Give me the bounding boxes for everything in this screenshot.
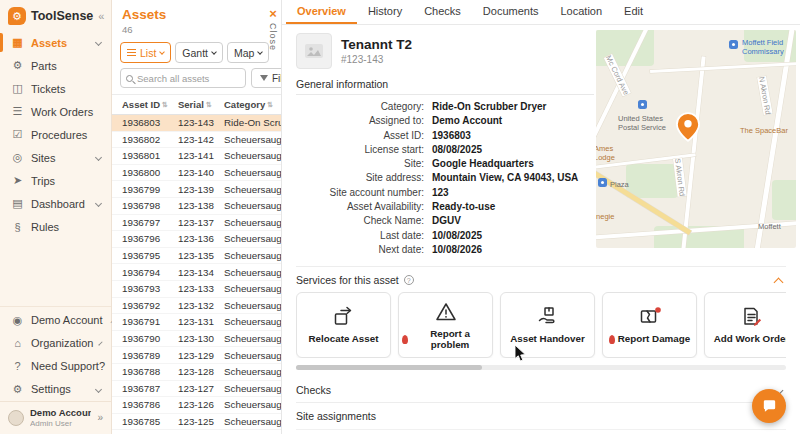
filter-label: Filter bbox=[272, 73, 282, 84]
service-card-add-work-order[interactable]: Add Work Order bbox=[704, 292, 786, 358]
report-problem-icon bbox=[434, 300, 458, 324]
sidebar-collapse-button[interactable]: « bbox=[98, 10, 104, 22]
sidebar-item-label: Dashboard bbox=[31, 198, 85, 210]
section-site-assignments: Site assignments bbox=[296, 410, 786, 422]
scrollbar-thumb[interactable] bbox=[296, 365, 482, 370]
service-card-report-a-problem[interactable]: Report a problem bbox=[398, 292, 493, 358]
table-row[interactable]: 1936786123-126Scheuersaugmaschine bbox=[112, 397, 281, 414]
service-card-label: Asset Handover bbox=[507, 334, 588, 345]
sidebar-item-procedures[interactable]: ☑Procedures bbox=[0, 123, 111, 146]
tab-checks[interactable]: Checks bbox=[413, 0, 472, 24]
sidebar-item-tickets[interactable]: ◫Tickets bbox=[0, 77, 111, 100]
sidebar-item-assets[interactable]: ▦Assets bbox=[0, 31, 111, 54]
field-value: 123 bbox=[432, 186, 449, 200]
sort-icon: ⇅ bbox=[162, 101, 168, 109]
table-row[interactable]: 1936790123-130Scheuersaugmaschine bbox=[112, 331, 281, 348]
map[interactable]: Moffett FieldCommissaryUnited StatesPost… bbox=[596, 30, 796, 248]
section-checks[interactable]: Checks bbox=[296, 380, 786, 403]
sidebar-item-trips[interactable]: ➤Trips bbox=[0, 169, 111, 192]
table-row[interactable]: 1936799123-139Scheuersaugmaschine bbox=[112, 181, 281, 198]
cell-serial: 123-138 bbox=[178, 200, 224, 211]
sidebar-item-label: Demo Account bbox=[31, 314, 103, 326]
column-header-asset-id[interactable]: Asset ID⇅ bbox=[122, 99, 178, 110]
table-row[interactable]: 1936788123-128Scheuersaugmaschine bbox=[112, 364, 281, 381]
table-row[interactable]: 1936796123-136Scheuersaugmaschine bbox=[112, 231, 281, 248]
help-icon[interactable]: ? bbox=[404, 275, 414, 285]
table-row[interactable]: 1936801123-141Scheuersaugmaschine bbox=[112, 148, 281, 165]
cell-asset-id: 1936801 bbox=[122, 150, 178, 161]
service-card-asset-handover[interactable]: Asset Handover bbox=[500, 292, 595, 358]
service-card-relocate-asset[interactable]: Relocate Asset bbox=[296, 292, 391, 358]
table-row[interactable]: 1936785123-125Scheuersaugmaschine bbox=[112, 414, 281, 431]
table-row[interactable]: 1936800123-140Scheuersaugmaschine bbox=[112, 165, 281, 182]
view-toggle-gantt[interactable]: Gantt bbox=[175, 42, 223, 63]
relocate-asset-icon bbox=[332, 305, 356, 329]
cell-serial: 123-140 bbox=[178, 167, 224, 178]
table-row[interactable]: 1936798123-138Scheuersaugmaschine bbox=[112, 198, 281, 215]
user-menu[interactable]: Demo Account ts Admin User » bbox=[0, 401, 111, 434]
sidebar-item-label: Settings bbox=[31, 383, 71, 395]
sidebar-item-dashboard[interactable]: ▤Dashboard bbox=[0, 192, 111, 215]
info-row: Asset ID:1936803 bbox=[296, 129, 596, 143]
search-box[interactable] bbox=[120, 68, 246, 88]
service-card-report-damage[interactable]: Report Damage bbox=[602, 292, 697, 358]
tab-documents[interactable]: Documents bbox=[472, 0, 550, 24]
sidebar-item-rules[interactable]: §Rules bbox=[0, 215, 111, 238]
service-label-text: Add Work Order bbox=[714, 334, 786, 345]
column-header-serial[interactable]: Serial⇅ bbox=[178, 99, 224, 110]
app-window: ⚙ ToolSense « ▦Assets⚙Parts◫Tickets☰Work… bbox=[0, 0, 800, 434]
table-row[interactable]: 1936792123-132Scheuersaugmaschine bbox=[112, 298, 281, 315]
map-poi-badge-icon bbox=[598, 178, 607, 187]
sidebar-item-need-support[interactable]: ?Need Support? bbox=[0, 355, 111, 378]
chevron-down-icon bbox=[95, 154, 102, 161]
map-label: Carnegie bbox=[596, 212, 614, 221]
sidebar-item-settings[interactable]: ⚙Settings bbox=[0, 378, 111, 401]
map-road bbox=[680, 56, 705, 248]
table-row[interactable]: 1936794123-134Scheuersaugmaschine bbox=[112, 264, 281, 281]
logout-icon[interactable]: » bbox=[97, 412, 103, 423]
brand-row: ⚙ ToolSense « bbox=[0, 0, 111, 31]
chat-button[interactable] bbox=[752, 389, 786, 423]
settings-icon: ⚙ bbox=[11, 383, 24, 396]
tab-edit[interactable]: Edit bbox=[613, 0, 654, 24]
view-toggle-list[interactable]: List bbox=[120, 42, 171, 63]
sidebar-item-work-orders[interactable]: ☰Work Orders bbox=[0, 100, 111, 123]
sidebar: ⚙ ToolSense « ▦Assets⚙Parts◫Tickets☰Work… bbox=[0, 0, 112, 434]
sidebar-item-demo-account[interactable]: ◉Demo Account↗ bbox=[0, 309, 111, 332]
assets-table-header: Asset ID⇅Serial⇅Category⇅ bbox=[112, 94, 281, 115]
sidebar-item-organization[interactable]: ⌂Organization bbox=[0, 332, 111, 355]
table-row[interactable]: 1936787123-127Scheuersaugmaschine bbox=[112, 381, 281, 398]
sidebar-item-sites[interactable]: ◎Sites bbox=[0, 146, 111, 169]
cell-serial: 123-131 bbox=[178, 316, 224, 327]
chevron-down-icon bbox=[95, 39, 102, 46]
map-poi-badge-icon bbox=[729, 40, 738, 49]
field-label: Asset ID: bbox=[296, 129, 432, 143]
filter-button[interactable]: Filter bbox=[251, 68, 282, 88]
table-row[interactable]: 1936797123-137Scheuersaugmaschine bbox=[112, 215, 281, 232]
cell-asset-id: 1936787 bbox=[122, 383, 178, 394]
collapse-section-icon[interactable] bbox=[774, 277, 784, 287]
chat-bubble-icon bbox=[761, 398, 778, 415]
table-row[interactable]: 1936795123-135Scheuersaugmaschine bbox=[112, 248, 281, 265]
field-value: Mountain View, CA 94043, USA bbox=[432, 171, 578, 185]
table-row[interactable]: 1936802123-142Scheuersaugmaschine bbox=[112, 132, 281, 149]
sidebar-item-parts[interactable]: ⚙Parts bbox=[0, 54, 111, 77]
tab-location[interactable]: Location bbox=[549, 0, 613, 24]
search-input[interactable] bbox=[137, 73, 240, 84]
table-row[interactable]: 1936803123-143Ride-On Scrubber Dryer bbox=[112, 115, 281, 132]
tab-overview[interactable]: Overview bbox=[286, 0, 357, 24]
table-row[interactable]: 1936793123-133Scheuersaugmaschine bbox=[112, 281, 281, 298]
table-row[interactable]: 1936784123-124Scheuersaugmaschine bbox=[112, 430, 281, 434]
sites-icon: ◎ bbox=[11, 151, 24, 164]
table-row[interactable]: 1936789123-129Scheuersaugmaschine bbox=[112, 347, 281, 364]
column-header-category[interactable]: Category⇅ bbox=[224, 99, 281, 110]
tab-history[interactable]: History bbox=[357, 0, 413, 24]
horizontal-scrollbar[interactable] bbox=[296, 365, 786, 370]
services-cards: Relocate AssetReport a problemAsset Hand… bbox=[296, 292, 786, 358]
close-panel-button[interactable]: × Close bbox=[268, 7, 278, 51]
table-row[interactable]: 1936791123-131Scheuersaugmaschine bbox=[112, 314, 281, 331]
cell-asset-id: 1936797 bbox=[122, 217, 178, 228]
map-location-pin-icon[interactable] bbox=[676, 112, 700, 146]
view-toggle-map[interactable]: Map bbox=[227, 42, 269, 63]
cell-asset-id: 1936788 bbox=[122, 366, 178, 377]
